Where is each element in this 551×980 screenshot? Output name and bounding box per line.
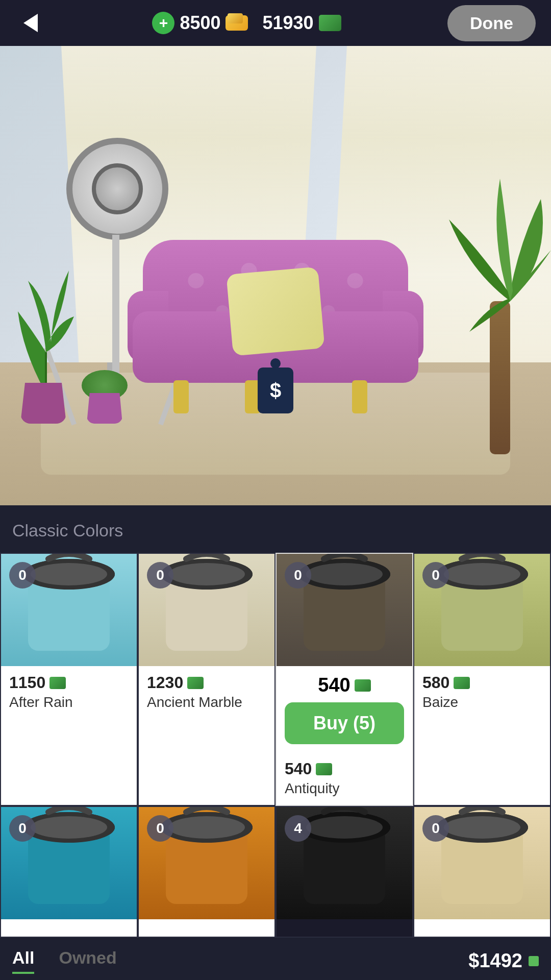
name-antiquity: Antiquity xyxy=(285,780,404,797)
tab-group: All Owned xyxy=(12,948,117,974)
color-preview-baize: 0 xyxy=(414,554,550,666)
lamp-inner xyxy=(92,163,143,214)
color-card-beige[interactable]: 0 xyxy=(413,806,551,938)
price-after-rain: 1150 xyxy=(9,673,45,692)
badge-orange: 0 xyxy=(147,815,173,842)
badge-baize: 0 xyxy=(422,562,449,589)
color-card-teal[interactable]: 0 xyxy=(0,806,138,938)
svg-point-34 xyxy=(306,816,383,839)
svg-point-22 xyxy=(444,563,520,585)
section-title: Classic Colors xyxy=(0,521,551,553)
coin-icon xyxy=(226,15,248,31)
price-display: $1492 xyxy=(468,950,539,972)
color-preview-ancient-marble: 0 xyxy=(139,554,274,666)
svg-point-30 xyxy=(168,816,245,839)
color-grid: 0 1150 After Rain 0 xyxy=(0,553,551,938)
sofa-leg-3 xyxy=(352,380,367,413)
lamp-head xyxy=(66,138,168,240)
cash-value: 51930 xyxy=(262,12,313,34)
badge-ancient-marble: 0 xyxy=(147,562,173,589)
plant-small xyxy=(82,378,128,424)
price-tag-dollar-sign: $ xyxy=(270,379,281,402)
lamp-pole xyxy=(112,235,119,378)
cash-icon-antiquity xyxy=(316,763,332,775)
badge-beige: 0 xyxy=(422,815,449,842)
add-coins-button[interactable]: + xyxy=(152,12,174,34)
tab-all[interactable]: All xyxy=(12,948,34,974)
svg-point-0 xyxy=(188,273,204,288)
back-icon xyxy=(23,14,38,32)
name-baize: Baize xyxy=(422,694,542,710)
bottom-row: All Owned $1492 xyxy=(0,938,551,980)
svg-point-38 xyxy=(444,816,520,839)
svg-point-18 xyxy=(306,563,383,585)
bottom-panel: Classic Colors 0 1150 After xyxy=(0,505,551,980)
color-preview-beige: 0 xyxy=(414,807,550,919)
color-preview-black: 4 xyxy=(277,807,412,919)
popup-price: 540 xyxy=(318,674,350,696)
back-button[interactable] xyxy=(15,8,46,38)
antiquity-popup: 540 Buy (5) xyxy=(277,666,412,752)
tab-owned[interactable]: Owned xyxy=(59,948,116,974)
svg-point-26 xyxy=(31,816,107,839)
badge-antiquity: 0 xyxy=(285,562,311,589)
sofa-leg-1 xyxy=(173,380,189,413)
palm-right xyxy=(408,148,551,454)
badge-black: 4 xyxy=(285,815,311,842)
cash-icon-after-rain xyxy=(49,677,66,689)
sofa-cushion xyxy=(226,266,324,356)
color-card-orange[interactable]: 0 xyxy=(138,806,276,938)
svg-point-14 xyxy=(168,563,245,585)
price-tag[interactable]: $ xyxy=(258,368,293,413)
currency-group: + 8500 51930 xyxy=(152,12,341,34)
cash-icon-baize xyxy=(454,677,470,689)
done-button[interactable]: Done xyxy=(447,5,536,41)
color-info-teal xyxy=(1,919,137,937)
color-info-orange xyxy=(139,919,274,937)
color-card-after-rain[interactable]: 0 1150 After Rain xyxy=(0,553,138,806)
room-scene: $ xyxy=(0,46,551,505)
price-antiquity: 540 xyxy=(285,760,312,778)
svg-point-3 xyxy=(347,273,363,288)
coins-value: 8500 xyxy=(180,12,220,34)
cash-currency: 51930 xyxy=(262,12,341,34)
price-indicator xyxy=(529,956,539,966)
color-info-black xyxy=(277,919,412,937)
badge-teal: 0 xyxy=(9,815,36,842)
top-bar: + 8500 51930 Done xyxy=(0,0,551,46)
badge-after-rain: 0 xyxy=(9,562,36,589)
name-after-rain: After Rain xyxy=(9,694,129,710)
plant-large xyxy=(10,250,82,424)
color-card-antiquity[interactable]: 0 540 Buy (5) 540 Antiquity xyxy=(276,553,413,806)
color-info-beige xyxy=(414,919,550,937)
color-info-ancient-marble: 1230 Ancient Marble xyxy=(139,666,274,719)
cash-icon xyxy=(319,15,341,31)
price-baize: 580 xyxy=(422,673,449,692)
color-card-ancient-marble[interactable]: 0 1230 Ancient Marble xyxy=(138,553,276,806)
color-preview-antiquity: 0 xyxy=(277,554,412,666)
cash-icon-ancient-marble xyxy=(187,677,204,689)
color-card-baize[interactable]: 0 580 Baize xyxy=(413,553,551,806)
coins-currency[interactable]: + 8500 xyxy=(152,12,248,34)
buy-button[interactable]: Buy (5) xyxy=(285,702,404,744)
color-preview-after-rain: 0 xyxy=(1,554,137,666)
color-info-antiquity: 540 Antiquity xyxy=(277,752,412,805)
color-preview-teal: 0 xyxy=(1,807,137,919)
color-preview-orange: 0 xyxy=(139,807,274,919)
svg-point-10 xyxy=(31,563,107,585)
color-card-black[interactable]: 4 xyxy=(276,806,413,938)
name-ancient-marble: Ancient Marble xyxy=(147,694,266,710)
color-info-baize: 580 Baize xyxy=(414,666,550,719)
plant-pot xyxy=(20,383,66,424)
popup-cash-icon xyxy=(355,679,371,692)
bottom-price-value: $1492 xyxy=(468,950,522,972)
color-info-after-rain: 1150 After Rain xyxy=(1,666,137,719)
price-ancient-marble: 1230 xyxy=(147,673,183,692)
